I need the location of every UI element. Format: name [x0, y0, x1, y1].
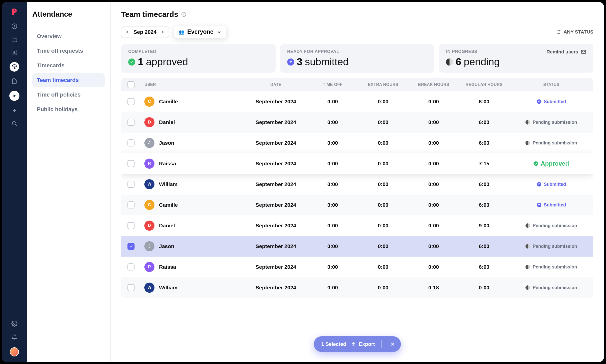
summary-count: 3 [297, 56, 302, 68]
table-row[interactable]: CCamilleSeptember 20240:000:000:006:00Su… [121, 91, 593, 112]
cell-regular: 7:15 [459, 161, 509, 167]
export-button[interactable]: Export [351, 341, 375, 347]
table-row[interactable]: RRaissaSeptember 20240:000:000:006:00Pen… [121, 257, 593, 277]
cell-regular: 6:00 [459, 119, 509, 125]
select-all-checkbox[interactable] [127, 81, 135, 88]
people-picker[interactable]: 👥 Everyone [174, 26, 226, 38]
table-row[interactable]: JJasonSeptember 20240:000:000:006:00Pend… [121, 236, 593, 257]
cell-date: September 2024 [244, 140, 307, 146]
row-checkbox[interactable] [127, 139, 135, 146]
cell-break: 0:00 [408, 202, 459, 208]
cell-break: 0:00 [408, 161, 459, 167]
cell-date: September 2024 [244, 99, 307, 105]
table-row[interactable]: WWilliamSeptember 20240:000:000:180:00Pe… [121, 277, 593, 298]
cell-date: September 2024 [244, 264, 307, 270]
sidebar-item-team-timecards[interactable]: Team timecards [32, 73, 105, 87]
summary-ready: READY FOR APPROVAL 3 submitted [280, 44, 435, 73]
row-checkbox[interactable] [127, 263, 135, 270]
table-row[interactable]: JJasonSeptember 20240:000:000:006:00Pend… [121, 133, 593, 153]
user-avatar[interactable] [10, 347, 19, 356]
col-status: STATUS [509, 82, 593, 87]
status-icon [525, 120, 530, 125]
table-row[interactable]: RRaissaSeptember 20240:000:000:007:15App… [121, 153, 593, 174]
cell-extra: 0:00 [358, 181, 408, 187]
status-badge: Submitted [509, 182, 593, 187]
row-checkbox[interactable] [127, 160, 135, 167]
row-checkbox[interactable] [127, 98, 135, 105]
chart-icon[interactable] [11, 49, 18, 56]
summary-label: READY FOR APPROVAL [287, 49, 428, 54]
play-icon[interactable] [9, 91, 19, 101]
upload-icon [351, 342, 356, 347]
table-row[interactable]: WWilliamSeptember 20240:000:000:006:00Su… [121, 174, 593, 195]
remind-label: Remind users [546, 49, 578, 55]
status-icon [525, 265, 530, 269]
status-badge: Pending submission [509, 264, 593, 270]
plus-icon[interactable] [11, 107, 18, 114]
row-checkbox[interactable] [127, 243, 135, 250]
user-name: Daniel [159, 223, 175, 229]
summary-word: submitted [305, 56, 349, 68]
search-icon[interactable] [11, 120, 18, 127]
chevron-down-icon [217, 29, 222, 35]
status-badge: Pending submission [509, 120, 593, 125]
table-row[interactable]: DDanielSeptember 20240:000:000:006:00Pen… [121, 112, 593, 133]
status-badge: Pending submission [509, 285, 593, 290]
status-text: Submitted [544, 99, 566, 104]
cell-break: 0:00 [408, 264, 459, 270]
table-row[interactable]: DDanielSeptember 20240:000:000:009:00Pen… [121, 215, 593, 236]
cell-date: September 2024 [244, 202, 307, 208]
status-badge: Submitted [509, 202, 593, 208]
row-checkbox[interactable] [127, 201, 135, 208]
status-icon [525, 244, 530, 249]
svg-point-5 [559, 30, 560, 31]
close-selection-button[interactable] [388, 340, 397, 348]
file-icon[interactable] [11, 78, 18, 85]
next-month[interactable] [160, 30, 166, 34]
main: Team timecards Sep 2024 👥 Everyone ANY S… [111, 2, 604, 362]
user-name: William [159, 285, 177, 291]
info-icon[interactable] [181, 12, 186, 17]
row-checkbox[interactable] [127, 181, 135, 188]
sidebar-item-time-off-policies[interactable]: Time off policies [32, 88, 105, 102]
remind-users-button[interactable]: Remind users [546, 49, 586, 55]
month-picker[interactable]: Sep 2024 [121, 26, 169, 38]
col-date: DATE [244, 82, 307, 87]
clock-icon[interactable] [11, 23, 18, 30]
sidebar-item-time-off-requests[interactable]: Time off requests [32, 44, 105, 58]
folder-icon[interactable] [11, 36, 18, 43]
status-icon [525, 141, 530, 145]
table-row[interactable]: CCamilleSeptember 20240:000:000:006:00Su… [121, 195, 593, 215]
row-checkbox[interactable] [127, 284, 135, 291]
status-filter[interactable]: ANY STATUS [556, 29, 593, 35]
col-regular: REGULAR HOURS [459, 82, 509, 87]
sidebar-item-overview[interactable]: Overview [32, 29, 105, 43]
col-user: USER [141, 82, 244, 87]
gear-icon[interactable] [11, 320, 18, 327]
col-break: BREAK HOURS [408, 82, 459, 87]
row-checkbox[interactable] [127, 119, 135, 126]
cell-break: 0:00 [408, 223, 459, 229]
row-checkbox[interactable] [127, 222, 135, 229]
user-name: Camille [159, 202, 178, 208]
svg-point-2 [12, 122, 16, 125]
cell-break: 0:18 [408, 285, 459, 291]
umbrella-icon[interactable] [10, 62, 19, 72]
status-icon [534, 161, 538, 166]
selection-bar: 1 Selected Export [314, 336, 401, 352]
cell-extra: 0:00 [358, 119, 408, 125]
user-avatar: D [144, 117, 154, 127]
cell-timeoff: 0:00 [307, 161, 358, 167]
bell-icon[interactable] [11, 334, 18, 341]
user-name: William [159, 181, 177, 187]
cell-date: September 2024 [244, 119, 307, 125]
summary-count: 1 [138, 56, 143, 68]
cell-timeoff: 0:00 [307, 264, 358, 270]
sidebar-item-public-holidays[interactable]: Public holidays [32, 103, 105, 116]
sidebar-item-timecards[interactable]: Timecards [32, 59, 105, 72]
status-badge: Pending submission [509, 244, 593, 249]
user-avatar: R [144, 262, 154, 272]
col-extra: EXTRA HOURS [358, 82, 408, 87]
prev-month[interactable] [124, 30, 130, 34]
cell-extra: 0:00 [358, 202, 408, 208]
